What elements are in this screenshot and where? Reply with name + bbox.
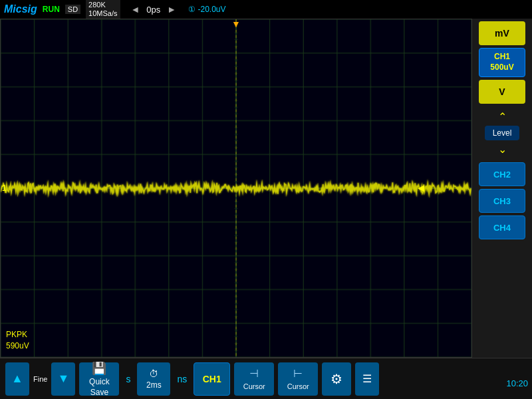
ch2-button[interactable]: CH2 [479, 162, 525, 186]
time-unit-s-label: s [123, 374, 133, 384]
trigger-arrow-left-icon: ◄ [131, 4, 140, 15]
cursor1-label: Cursor [243, 382, 265, 390]
ch3-button[interactable]: CH3 [479, 189, 525, 213]
sample-rate-top: 280K [88, 1, 117, 9]
ch1-ground-marker: 1 [2, 184, 7, 193]
v-button[interactable]: V [479, 80, 525, 104]
value-up-button[interactable]: ▲ [5, 362, 29, 396]
bottom-toolbar: ▲ Fine ▼ 💾 Quick Save s ⏱ 2ms ns CH1 ⊣ C… [0, 358, 532, 399]
ns-label: ns [174, 374, 190, 384]
time-dial-button[interactable]: ⏱ 2ms [137, 362, 170, 396]
quick-save-line2: Save [90, 388, 108, 397]
pkpk-label: PKPK [6, 329, 29, 340]
save-icon: 💾 [92, 361, 106, 376]
level-label: Level [485, 126, 520, 140]
level-arrow-icon: ◄ [416, 182, 426, 194]
pkpk-value: 590uV [6, 340, 29, 352]
fine-label: Fine [33, 375, 47, 383]
quick-save-line1: Quick [89, 377, 110, 386]
logo: Micsig [4, 3, 37, 15]
cursor2-label: Cursor [287, 382, 309, 390]
waveform-canvas [1, 19, 471, 357]
ch4-button[interactable]: CH4 [479, 215, 525, 239]
clock-display: 10:20 [506, 378, 528, 388]
cursor2-icon: ⊢ [293, 367, 303, 380]
ch1-button[interactable]: CH1 500uV [479, 48, 525, 77]
cursor1-icon: ⊣ [249, 367, 259, 380]
level-up-icon: ⌃ [498, 110, 507, 123]
level-down-icon: ⌄ [498, 143, 507, 156]
menu-button[interactable]: ☰ [355, 362, 379, 396]
sd-label: SD [65, 5, 80, 14]
cursor2-button[interactable]: ⊢ Cursor [278, 362, 318, 396]
trigger-arrow-right-icon: ► [167, 4, 176, 15]
time-position: 0ps [142, 5, 164, 15]
measurements-display: PKPK 590uV [6, 329, 29, 352]
trigger-info: ① -20.0uV [188, 5, 225, 14]
ch1-indicator-button[interactable]: CH1 [194, 362, 230, 396]
time-value: 2ms [146, 380, 162, 390]
cursor1-button[interactable]: ⊣ Cursor [234, 362, 274, 396]
right-panel: mV CH1 500uV V ⌃ Level ⌄ CH2 CH3 CH4 [472, 19, 532, 358]
scope-screen: ▼ 1 ◄ PKPK 590uV [0, 19, 472, 358]
trigger-marker-icon: ▼ [231, 19, 241, 29]
ch1-label: CH1 [494, 52, 510, 63]
header-bar: Micsig RUN SD 280K 10MSa/s ◄ 0ps ► ① -20… [0, 0, 532, 19]
quick-save-button[interactable]: 💾 Quick Save [79, 362, 119, 396]
level-knob: ⌃ Level ⌄ [479, 106, 525, 160]
value-down-button[interactable]: ▼ [51, 362, 75, 396]
timebase-area: ◄ 0ps ► [131, 4, 177, 15]
mv-button[interactable]: mV [479, 21, 525, 45]
time-dial-icon: ⏱ [149, 368, 158, 379]
ch1-scale: 500uV [490, 63, 513, 73]
run-status: RUN [43, 5, 60, 14]
sample-info: 280K 10MSa/s [86, 0, 120, 19]
settings-button[interactable]: ⚙ [322, 362, 351, 396]
sample-rate-bottom: 10MSa/s [88, 9, 117, 18]
